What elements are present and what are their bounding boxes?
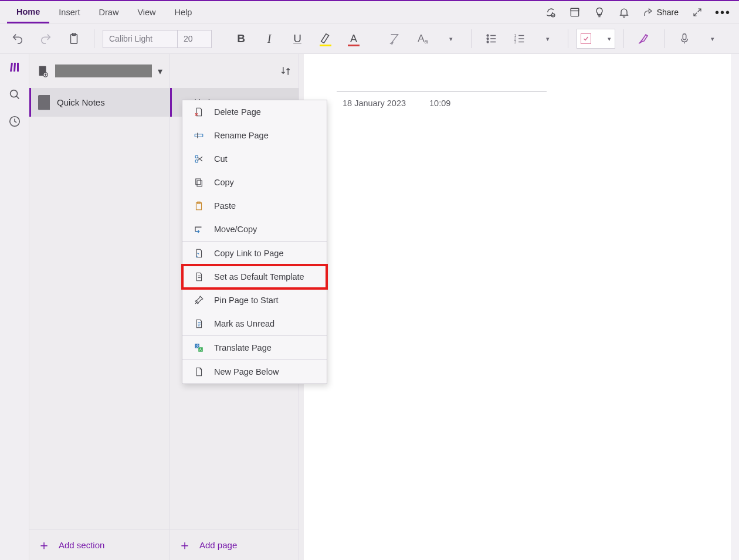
bullets-button[interactable] [480,27,503,50]
page-date: 18 January 2023 [343,99,406,108]
ctx-label: Mark as Unread [214,319,274,328]
paragraph-dropdown[interactable]: ▾ [536,27,560,50]
ctx-label: Delete Page [214,107,261,117]
svg-rect-29 [197,181,202,186]
section-tab-icon [38,95,50,110]
link-page-icon [193,248,205,259]
add-section-label: Add section [59,540,104,550]
recent-icon[interactable] [8,115,21,128]
notebook-name-redacted[interactable] [55,65,152,77]
lightbulb-icon[interactable] [588,1,611,23]
ctx-copy-link[interactable]: Copy Link to Page [182,242,327,265]
ink-button[interactable] [632,27,656,50]
add-section-button[interactable]: ＋ Add section [29,530,170,560]
section-item[interactable]: Quick Notes [29,88,170,117]
ctx-label: Translate Page [214,343,272,352]
search-icon[interactable] [8,88,21,101]
svg-point-7 [487,41,489,43]
nav-rail [0,54,29,560]
ribbon: Calibri Light 20 B I U A Aa ▾ 123 ▾ ▾ ▾ [0,23,739,54]
sections-column: ▾ Quick Notes ＋ Add section [29,54,170,560]
bell-icon[interactable] [612,1,636,23]
ctx-set-default-template[interactable]: Set as Default Template [182,265,327,289]
move-icon [193,224,205,235]
notebooks-icon[interactable] [8,60,22,74]
svg-text:3: 3 [514,40,517,44]
ctx-delete-page[interactable]: Delete Page [182,100,327,124]
ctx-translate[interactable]: 文A Translate Page [182,336,327,359]
ctx-cut[interactable]: Cut [182,147,327,171]
styles-button[interactable]: Aa [411,27,435,50]
page-icon [193,366,205,377]
svg-point-6 [487,38,489,40]
page-surface[interactable]: 18 January 2023 10:09 [304,54,737,560]
svg-text:A: A [199,348,202,351]
vertical-scrollbar[interactable] [731,54,739,560]
tab-view[interactable]: View [128,1,165,23]
section-label: Quick Notes [57,97,105,107]
ctx-label: Pin Page to Start [214,296,279,305]
page-x-icon [193,107,205,117]
ctx-label: Cut [214,154,228,164]
add-page-button[interactable]: ＋ Add page [170,530,299,560]
ctx-label: Rename Page [214,131,269,140]
page-title-underline [337,91,547,92]
font-name-input[interactable]: Calibri Light [103,30,178,48]
chevron-down-icon[interactable]: ▾ [158,66,162,77]
copy-icon [193,177,205,188]
highlight-button[interactable] [314,27,337,50]
font-size-input[interactable]: 20 [178,30,212,48]
numbering-button[interactable]: 123 [508,27,531,50]
ctx-move-copy[interactable]: Move/Copy [182,218,327,241]
clear-formatting-button[interactable] [383,27,406,50]
ribbon-overflow[interactable]: ▾ [701,27,724,50]
italic-button[interactable]: I [257,27,281,50]
dictate-button[interactable] [673,27,696,50]
tab-insert[interactable]: Insert [49,1,89,23]
ctx-label: Paste [214,201,236,211]
rename-icon [193,130,205,141]
sync-status-icon[interactable] [538,1,562,23]
ctx-paste[interactable]: Paste [182,194,327,218]
fullscreen-icon[interactable] [686,1,709,23]
ctx-label: Copy [214,178,234,187]
plus-icon: ＋ [38,537,50,554]
ctx-new-page-below[interactable]: New Page Below [182,360,327,383]
clipboard-button[interactable] [62,27,86,50]
svg-rect-30 [196,179,201,185]
plus-icon: ＋ [178,537,191,554]
page-icon [193,271,205,282]
page-time: 10:09 [429,99,450,108]
page-lines-icon [193,318,205,329]
ctx-pin-to-start[interactable]: Pin Page to Start [182,289,327,312]
feed-icon[interactable] [563,1,587,23]
svg-rect-1 [571,8,578,16]
sort-pages-button[interactable] [280,65,291,77]
svg-point-5 [487,35,489,36]
todo-tag-button[interactable]: ▾ [577,29,615,49]
svg-rect-25 [195,134,203,137]
pin-icon [193,295,205,306]
ctx-copy[interactable]: Copy [182,171,327,194]
ctx-mark-unread[interactable]: Mark as Unread [182,312,327,335]
share-button[interactable]: Share [637,7,684,18]
tab-draw[interactable]: Draw [90,1,128,23]
undo-button[interactable] [6,27,29,50]
checkbox-icon [581,33,591,44]
ctx-label: Copy Link to Page [214,249,284,258]
svg-text:文: 文 [196,344,199,348]
tab-home[interactable]: Home [7,1,49,23]
bold-button[interactable]: B [229,27,253,50]
ctx-rename-page[interactable]: Rename Page [182,124,327,147]
ctx-label: Move/Copy [214,225,257,234]
notebook-icon [36,65,49,77]
underline-button[interactable]: U [286,27,309,50]
svg-rect-2 [571,8,578,11]
ctx-label: New Page Below [214,367,279,376]
font-color-button[interactable]: A [342,27,365,50]
tab-help[interactable]: Help [165,1,202,23]
redo-button[interactable] [34,27,57,50]
add-page-label: Add page [199,540,237,550]
styles-dropdown[interactable]: ▾ [439,27,463,50]
more-icon[interactable]: ••• [710,6,735,19]
